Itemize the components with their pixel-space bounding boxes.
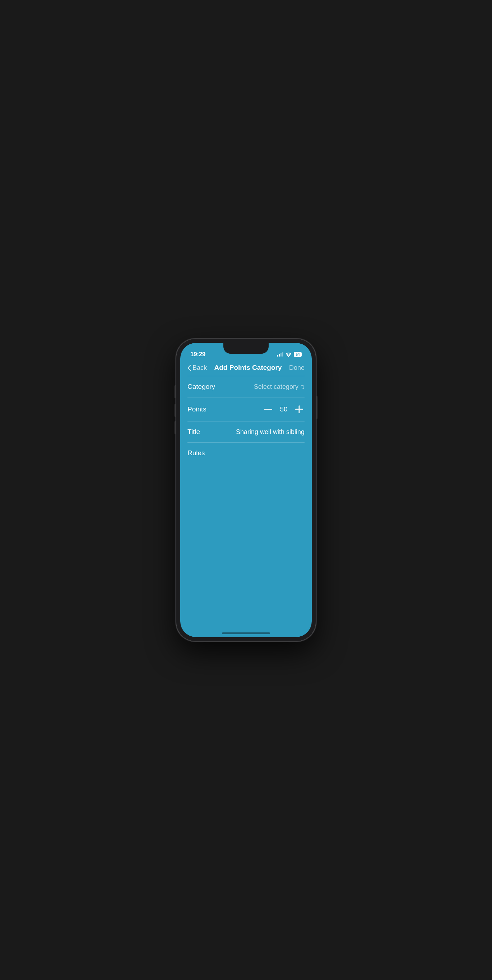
status-time: 19:29 [190,351,205,358]
category-label: Category [187,383,215,391]
wifi-icon [286,352,292,357]
back-label: Back [192,364,207,372]
svg-rect-1 [264,409,272,410]
phone-frame: 19:29 54 [176,339,316,641]
points-label: Points [187,405,206,413]
svg-point-0 [288,356,289,357]
category-row: Category Select category ⇅ [187,376,305,398]
title-row: Title Sharing well with sibling [187,422,305,443]
back-chevron-icon [187,365,191,371]
notch [224,343,268,354]
chevron-updown-icon: ⇅ [300,385,305,389]
done-button[interactable]: Done [289,364,305,372]
category-placeholder: Select category [254,383,299,391]
home-indicator [180,632,312,637]
points-row: Points 50 [187,398,305,422]
page-title: Add Points Category [214,364,282,372]
phone-screen: 19:29 54 [180,343,312,637]
minus-icon [264,409,272,410]
title-label: Title [187,428,200,436]
nav-bar: Back Add Points Category Done [180,361,312,376]
points-stepper: 50 [263,404,305,415]
rules-label: Rules [187,449,205,457]
decrement-button[interactable] [263,404,274,415]
signal-icon [277,352,283,356]
form-content: Category Select category ⇅ Points 50 [180,376,312,632]
back-button[interactable]: Back [187,364,207,372]
battery-indicator: 54 [294,352,302,357]
status-icons: 54 [277,352,302,357]
rules-row: Rules [187,443,305,463]
plus-icon [295,405,303,413]
points-value: 50 [278,405,289,413]
svg-rect-3 [295,409,303,410]
increment-button[interactable] [294,404,305,415]
title-value[interactable]: Sharing well with sibling [236,428,305,436]
home-bar [222,632,270,634]
category-select[interactable]: Select category ⇅ [254,383,305,391]
